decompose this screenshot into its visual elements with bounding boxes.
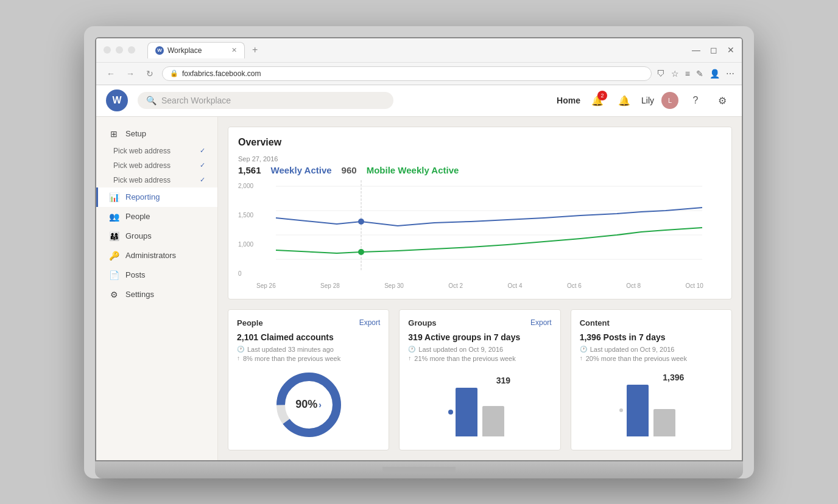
sidebar-subitem-1[interactable]: Pick web address ✓ [96, 144, 217, 158]
more-icon[interactable]: ⋯ [726, 69, 734, 79]
settings-header-button[interactable]: ⚙ [713, 91, 732, 110]
groups-change: 21% more than the previous week [414, 355, 515, 362]
donut-label: 90% › [295, 398, 322, 411]
svg-point-6 [358, 249, 364, 255]
people-updated: Last updated 33 minutes ago [247, 346, 334, 353]
setup-label: Setup [125, 129, 146, 138]
sidebar-subitem-2[interactable]: Pick web address ✓ [96, 158, 217, 173]
groups-label: Groups [125, 231, 152, 240]
settings-label: Settings [125, 290, 154, 299]
content-bar-chart: 1,396 [580, 368, 723, 441]
close-button[interactable] [104, 46, 111, 54]
sidebar-subitem-3[interactable]: Pick web address ✓ [96, 173, 217, 187]
donut-percent: 90% [295, 398, 317, 411]
people-main-stat: 2,101 Claimed accounts [237, 332, 380, 342]
posts-label: Posts [125, 270, 146, 279]
groups-icon: 👨‍👩‍👧 [108, 231, 119, 241]
content-card-header: Content [580, 318, 723, 327]
groups-updated: Last updated on Oct 9, 2016 [418, 346, 503, 353]
people-export-button[interactable]: Export [359, 318, 381, 327]
menu-icon[interactable]: ≡ [685, 69, 690, 79]
check-icon-3: ✓ [200, 176, 205, 184]
x-label-oct4: Oct 4 [508, 282, 523, 289]
sidebar-item-groups[interactable]: 👨‍👩‍👧 Groups [96, 226, 217, 246]
tab-close-button[interactable]: ✕ [231, 46, 237, 54]
line-chart [256, 180, 722, 278]
address-bar[interactable]: 🔒 foxfabrics.facebook.com [162, 66, 652, 81]
edit-icon[interactable]: ✎ [696, 69, 703, 79]
check-icon-1: ✓ [200, 147, 205, 155]
tab-title: Workplace [167, 46, 202, 55]
reporting-icon: 📊 [108, 192, 119, 202]
app-header: W 🔍 Search Workplace Home 🔔 2 🔔 Lily [96, 85, 742, 117]
settings-sidebar-icon: ⚙ [108, 290, 119, 299]
weekly-num: 1,561 [238, 165, 261, 175]
notification-badge: 2 [597, 91, 607, 100]
groups-card-title: Groups [408, 318, 436, 327]
donut-arrow-icon: › [319, 400, 322, 410]
sidebar-item-setup[interactable]: ⊞ Setup [96, 124, 217, 144]
groups-gray-bar [482, 406, 504, 436]
people-meta: 🕐 Last updated 33 minutes ago ↑ 8% more … [237, 346, 380, 362]
user-avatar[interactable]: L [661, 92, 678, 109]
win-restore-icon[interactable]: ◻ [710, 45, 717, 55]
up-icon: ↑ [237, 355, 240, 362]
sidebar-item-reporting[interactable]: 📊 Reporting [96, 187, 217, 207]
stat-numbers: 1,561 Weekly Active 960 Mobile Weekly Ac… [238, 165, 722, 175]
posts-icon: 📄 [108, 270, 119, 280]
content-bar-dot [619, 408, 623, 412]
overview-title: Overview [238, 137, 722, 148]
sidebar-item-settings[interactable]: ⚙ Settings [96, 285, 217, 304]
star-icon[interactable]: ☆ [671, 69, 679, 79]
stat-date: Sep 27, 2016 [238, 155, 722, 163]
alerts-button[interactable]: 🔔 [614, 91, 634, 110]
bookmarks-icon[interactable]: ⛉ [657, 69, 665, 79]
sidebar-item-posts[interactable]: 📄 Posts [96, 265, 217, 285]
browser-tab[interactable]: W Workplace ✕ [147, 42, 245, 58]
cards-row: People Export 2,101 Claimed accounts 🕐 L… [228, 309, 732, 450]
pick-address-1: Pick web address [113, 147, 171, 155]
pick-address-2: Pick web address [113, 161, 171, 170]
check-icon-2: ✓ [200, 161, 205, 169]
overview-card: Overview Sep 27, 2016 1,561 Weekly Activ… [228, 127, 732, 299]
notifications-button[interactable]: 🔔 2 [588, 91, 607, 110]
y-label-1000: 1,000 [238, 241, 255, 248]
content-stat-card: Content 1,396 Posts in 7 days 🕐 Last upd… [571, 309, 732, 450]
x-label-oct6: Oct 6 [567, 282, 582, 289]
people-change: 8% more than the previous week [243, 355, 340, 362]
x-label-oct10: Oct 10 [685, 282, 703, 289]
content-updated: Last updated on Oct 9, 2016 [590, 346, 675, 353]
back-button[interactable]: ← [104, 66, 118, 81]
user-name: Lily [641, 96, 654, 105]
groups-export-button[interactable]: Export [530, 318, 552, 327]
reporting-label: Reporting [125, 192, 160, 201]
main-area: ⊞ Setup Pick web address ✓ Pick web addr… [96, 117, 742, 460]
sidebar-item-administrators[interactable]: 🔑 Administrators [96, 246, 217, 265]
overview-stats: Sep 27, 2016 1,561 Weekly Active 960 Mob… [238, 155, 722, 175]
header-right: Home 🔔 2 🔔 Lily L ? ⚙ [557, 91, 732, 110]
person-icon[interactable]: 👤 [709, 69, 720, 79]
new-tab-button[interactable]: + [247, 42, 262, 58]
chart-y-labels: 2,000 1,500 1,000 0 [238, 180, 255, 280]
chart-x-labels: Sep 26 Sep 28 Sep 30 Oct 2 Oct 4 Oct 6 O… [238, 280, 722, 289]
maximize-button[interactable] [128, 46, 135, 54]
logo-letter: W [112, 95, 121, 106]
groups-updated-row: 🕐 Last updated on Oct 9, 2016 [408, 346, 551, 353]
home-nav[interactable]: Home [557, 96, 580, 105]
svg-point-5 [358, 219, 364, 225]
y-label-1500: 1,500 [238, 212, 255, 219]
win-close-icon[interactable]: ✕ [727, 45, 734, 55]
alert-icon: 🔔 [618, 95, 630, 107]
win-minimize-icon[interactable]: — [692, 45, 700, 55]
y-label-2000: 2,000 [238, 183, 255, 189]
minimize-button[interactable] [116, 46, 123, 54]
groups-meta: 🕐 Last updated on Oct 9, 2016 ↑ 21% more… [408, 346, 551, 362]
people-card-title: People [237, 318, 263, 327]
search-bar[interactable]: 🔍 Search Workplace [138, 92, 393, 109]
sidebar-item-people[interactable]: 👥 People [96, 207, 217, 226]
x-label-oct2: Oct 2 [448, 282, 463, 289]
refresh-button[interactable]: ↻ [143, 66, 157, 81]
help-button[interactable]: ? [686, 91, 705, 110]
forward-button[interactable]: → [123, 66, 138, 81]
x-label-sep30: Sep 30 [384, 282, 404, 289]
